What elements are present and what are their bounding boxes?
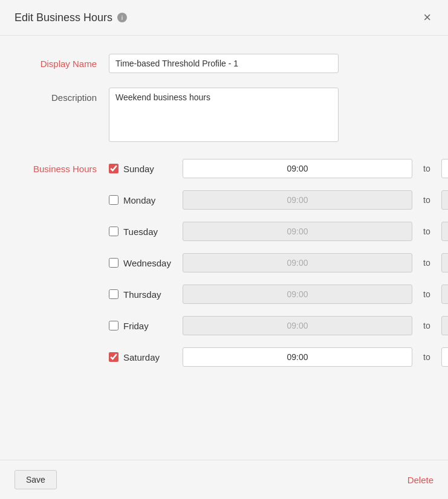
- delete-button[interactable]: Delete: [407, 475, 433, 485]
- end-time-wednesday: [441, 253, 448, 272]
- start-time-tuesday: [183, 222, 412, 241]
- checkbox-thursday[interactable]: [109, 289, 118, 299]
- modal-title-text: Edit Business Hours: [15, 11, 112, 24]
- start-time-monday: [183, 190, 412, 210]
- business-hours-label: Business Hours: [24, 159, 109, 174]
- description-input[interactable]: Weekend business hours: [109, 88, 339, 142]
- day-name-friday: Friday: [123, 321, 175, 331]
- day-name-wednesday: Wednesday: [123, 258, 175, 268]
- to-label: to: [423, 258, 430, 268]
- day-row: Saturdayto: [109, 347, 448, 367]
- close-button[interactable]: ×: [421, 11, 433, 24]
- modal-title: Edit Business Hours i: [15, 11, 127, 24]
- to-label: to: [423, 352, 430, 362]
- checkbox-monday[interactable]: [109, 195, 118, 205]
- day-row: Mondayto: [109, 190, 448, 210]
- end-time-thursday: [441, 285, 448, 304]
- start-time-friday: [183, 316, 412, 335]
- display-name-label: Display Name: [24, 54, 109, 69]
- info-icon[interactable]: i: [117, 13, 127, 22]
- day-name-tuesday: Tuesday: [123, 227, 175, 237]
- checkbox-friday[interactable]: [109, 321, 118, 330]
- to-label: to: [423, 195, 430, 205]
- day-name-monday: Monday: [123, 195, 175, 205]
- day-row: Wednesdayto: [109, 253, 448, 272]
- day-row: Tuesdayto: [109, 222, 448, 241]
- business-hours-row: Business Hours SundaytoMondaytoTuesdayto…: [24, 159, 424, 367]
- day-name-sunday: Sunday: [123, 164, 175, 174]
- modal-body: Display Name Description Weekend busines…: [0, 36, 448, 460]
- end-time-sunday[interactable]: [441, 159, 448, 178]
- checkbox-wednesday[interactable]: [109, 258, 118, 268]
- display-name-input[interactable]: [109, 54, 339, 73]
- day-name-thursday: Thursday: [123, 289, 175, 300]
- to-label: to: [423, 321, 430, 330]
- day-row: Sundayto: [109, 159, 448, 178]
- start-time-sunday[interactable]: [183, 159, 412, 178]
- end-time-tuesday: [441, 222, 448, 241]
- checkbox-sunday[interactable]: [109, 164, 118, 173]
- modal-footer: Save Delete: [0, 460, 448, 499]
- start-time-wednesday: [183, 253, 412, 272]
- day-row: Thursdayto: [109, 285, 448, 304]
- business-hours-control: SundaytoMondaytoTuesdaytoWednesdaytoThur…: [109, 159, 448, 367]
- description-label: Description: [24, 88, 109, 103]
- days-list: SundaytoMondaytoTuesdaytoWednesdaytoThur…: [109, 159, 448, 367]
- description-row: Description Weekend business hours: [24, 88, 424, 144]
- to-label: to: [423, 227, 430, 236]
- start-time-thursday: [183, 285, 412, 304]
- end-time-monday: [441, 190, 448, 210]
- day-name-saturday: Saturday: [123, 352, 175, 362]
- description-control: Weekend business hours: [109, 88, 424, 144]
- checkbox-saturday[interactable]: [109, 352, 118, 362]
- to-label: to: [423, 289, 430, 299]
- end-time-friday: [441, 316, 448, 335]
- checkbox-tuesday[interactable]: [109, 227, 118, 236]
- display-name-row: Display Name: [24, 54, 424, 73]
- display-name-control: [109, 54, 424, 73]
- day-row: Fridayto: [109, 316, 448, 335]
- edit-business-hours-modal: Edit Business Hours i × Display Name Des…: [0, 0, 448, 499]
- modal-header: Edit Business Hours i ×: [0, 0, 448, 36]
- to-label: to: [423, 164, 430, 173]
- end-time-saturday[interactable]: [441, 347, 448, 367]
- save-button[interactable]: Save: [15, 470, 57, 489]
- start-time-saturday[interactable]: [183, 347, 412, 367]
